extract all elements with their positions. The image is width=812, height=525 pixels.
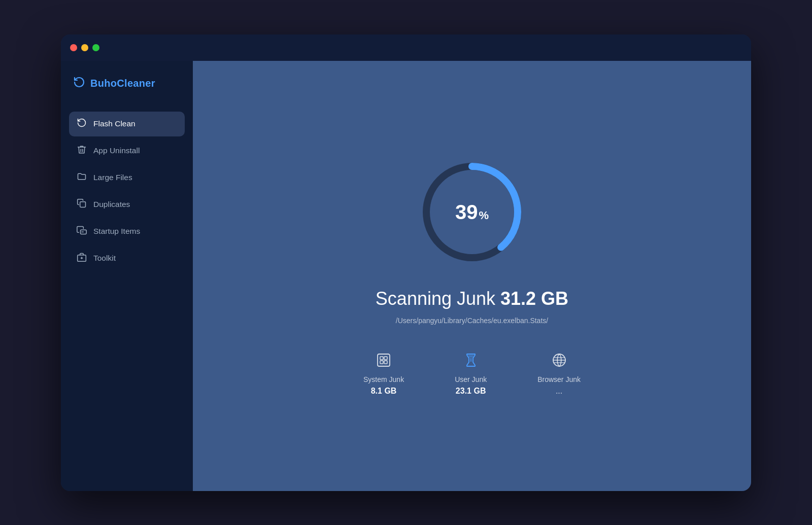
user-junk-icon [463, 350, 479, 370]
progress-percent-display: 39% [455, 200, 489, 223]
sidebar: BuhoCleaner Flash Clean [61, 61, 193, 491]
nav-items: Flash Clean App Uninstall [69, 112, 185, 271]
scan-title: Scanning Junk 31.2 GB [376, 288, 568, 309]
scan-container: 39% Scanning Junk 31.2 GB /Users/pangyu/… [363, 156, 581, 396]
svg-rect-0 [80, 201, 86, 207]
scan-title-prefix: Scanning Junk [376, 288, 495, 309]
app-uninstall-label: App Uninstall [93, 146, 140, 155]
user-junk-label: User Junk [455, 375, 487, 383]
main-content: 39% Scanning Junk 31.2 GB /Users/pangyu/… [193, 61, 751, 491]
logo-icon [73, 76, 85, 91]
system-junk-icon [376, 350, 392, 370]
svg-rect-12 [384, 361, 387, 364]
flash-clean-icon [76, 118, 87, 130]
sidebar-item-flash-clean[interactable]: Flash Clean [69, 112, 185, 136]
app-body: BuhoCleaner Flash Clean [61, 61, 751, 491]
browser-junk-icon [551, 350, 567, 370]
close-button[interactable] [70, 44, 77, 51]
stats-row: System Junk 8.1 GB [363, 350, 581, 396]
percent-sign: % [479, 208, 489, 222]
traffic-lights [70, 44, 99, 51]
title-bar [61, 34, 751, 61]
stat-user-junk: User Junk 23.1 GB [455, 350, 487, 396]
large-files-label: Large Files [93, 173, 132, 182]
maximize-button[interactable] [92, 44, 99, 51]
duplicates-label: Duplicates [93, 200, 130, 209]
minimize-button[interactable] [81, 44, 88, 51]
stat-browser-junk: Browser Junk ... [537, 350, 581, 396]
system-junk-value: 8.1 GB [371, 387, 397, 396]
logo: BuhoCleaner [69, 76, 185, 91]
startup-items-label: Startup Items [93, 227, 140, 236]
sidebar-item-toolkit[interactable]: Toolkit [69, 246, 185, 271]
scan-size: 31.2 GB [500, 288, 568, 309]
large-files-icon [76, 171, 87, 184]
system-junk-label: System Junk [363, 375, 404, 383]
sidebar-item-large-files[interactable]: Large Files [69, 165, 185, 190]
toolkit-icon [76, 252, 87, 265]
stat-system-junk: System Junk 8.1 GB [363, 350, 404, 396]
browser-junk-label: Browser Junk [537, 375, 581, 383]
startup-items-icon [76, 225, 87, 238]
user-junk-value: 23.1 GB [456, 387, 486, 396]
duplicates-icon [76, 198, 87, 211]
app-window: BuhoCleaner Flash Clean [61, 34, 751, 491]
svg-rect-9 [380, 357, 383, 360]
svg-rect-11 [380, 361, 383, 364]
app-uninstall-icon [76, 145, 87, 157]
scan-path: /Users/pangyu/Library/Caches/eu.exelban.… [396, 317, 548, 325]
flash-clean-label: Flash Clean [93, 119, 136, 128]
sidebar-item-app-uninstall[interactable]: App Uninstall [69, 138, 185, 163]
logo-text: BuhoCleaner [90, 78, 155, 89]
browser-junk-value: ... [556, 387, 562, 396]
progress-ring: 39% [416, 156, 528, 268]
svg-rect-10 [384, 357, 387, 360]
sidebar-item-duplicates[interactable]: Duplicates [69, 192, 185, 217]
sidebar-item-startup-items[interactable]: Startup Items [69, 219, 185, 244]
progress-number: 39 [455, 200, 478, 223]
svg-rect-8 [378, 354, 390, 366]
toolkit-label: Toolkit [93, 254, 116, 263]
